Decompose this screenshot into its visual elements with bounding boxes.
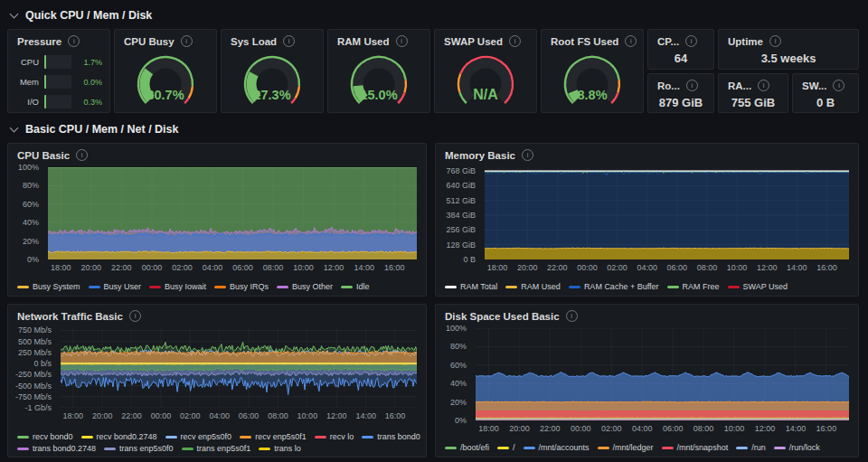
info-icon[interactable]: i bbox=[566, 310, 578, 322]
panel-title[interactable]: RAM Used i bbox=[328, 30, 429, 49]
legend-item[interactable]: SWAP Used bbox=[728, 282, 788, 291]
section-header-quick[interactable]: Quick CPU / Mem / Disk bbox=[11, 9, 152, 22]
info-icon[interactable]: i bbox=[181, 35, 193, 47]
info-icon[interactable]: i bbox=[685, 35, 697, 47]
panel-title[interactable]: SWAP Used i bbox=[435, 30, 536, 49]
info-icon[interactable]: i bbox=[833, 80, 844, 91]
legend-swatch bbox=[17, 286, 29, 288]
panel-title-text: Uptime bbox=[728, 36, 763, 47]
y-tick-label: 750 Mb/s bbox=[18, 325, 52, 335]
legend-item[interactable]: trans enp5s0f0 bbox=[104, 444, 174, 453]
info-icon[interactable]: i bbox=[76, 149, 88, 161]
legend-item[interactable]: Idle bbox=[341, 282, 370, 291]
panel-title[interactable]: Root FS Used i bbox=[542, 30, 643, 49]
x-tick-label: 18:00 bbox=[63, 411, 84, 420]
stat-value: 64 bbox=[648, 52, 713, 65]
legend-item[interactable]: trans bond0.2748 bbox=[17, 444, 96, 453]
legend-item[interactable]: Busy IRQs bbox=[214, 282, 269, 291]
legend-item[interactable]: trans lo bbox=[259, 444, 301, 453]
legend-item[interactable]: /mnt/ledger bbox=[598, 443, 654, 452]
panel-title[interactable]: CPU Busy i bbox=[115, 30, 216, 49]
gauge-value: 15.0% bbox=[360, 88, 397, 102]
legend-swatch bbox=[445, 447, 457, 449]
legend: Busy SystemBusy UserBusy IowaitBusy IRQs… bbox=[17, 282, 422, 291]
legend-item[interactable]: recv bond0.2748 bbox=[81, 432, 157, 441]
panel-title-text: CPU Basic bbox=[17, 150, 70, 161]
x-tick-label: 10:00 bbox=[724, 424, 745, 433]
pressure-value: 0.0% bbox=[77, 78, 102, 87]
legend-item[interactable]: RAM Cache + Buffer bbox=[569, 282, 659, 291]
legend-item[interactable]: recv lo bbox=[315, 432, 354, 441]
legend: RAM TotalRAM UsedRAM Cache + BufferRAM F… bbox=[445, 282, 854, 291]
legend-label: Busy IRQs bbox=[230, 282, 269, 291]
legend-item[interactable]: trans bond0 bbox=[362, 432, 420, 441]
info-icon[interactable]: i bbox=[758, 80, 769, 91]
info-icon[interactable]: i bbox=[68, 35, 80, 47]
x-tick-label: 22:00 bbox=[111, 263, 132, 272]
legend-item[interactable]: /mnt/snapshot bbox=[662, 443, 729, 452]
pressure-bar bbox=[44, 75, 71, 89]
info-icon[interactable]: i bbox=[396, 35, 408, 47]
info-icon[interactable]: i bbox=[283, 35, 295, 47]
legend-item[interactable]: RAM Free bbox=[667, 282, 720, 291]
info-icon[interactable]: i bbox=[769, 35, 781, 47]
panel-title[interactable]: SW... i bbox=[793, 74, 858, 93]
legend-item[interactable]: recv enp5s0f1 bbox=[240, 432, 307, 441]
legend-item[interactable]: Busy System bbox=[17, 282, 80, 291]
panel-title[interactable]: Uptime i bbox=[719, 30, 858, 49]
x-axis: 18:0020:0022:0000:0002:0004:0006:0008:00… bbox=[48, 261, 417, 273]
legend-item[interactable]: trans enp5s0f1 bbox=[182, 444, 251, 453]
gauge-value: 27.3% bbox=[253, 88, 290, 102]
x-tick-label: 02:00 bbox=[172, 263, 193, 272]
panel-title[interactable]: Memory Basic i bbox=[436, 144, 858, 163]
legend-item[interactable]: /run bbox=[736, 443, 766, 452]
x-tick-label: 08:00 bbox=[693, 424, 714, 433]
info-icon[interactable]: i bbox=[522, 149, 533, 161]
info-icon[interactable]: i bbox=[625, 35, 637, 47]
legend-item[interactable]: recv bond0 bbox=[17, 432, 73, 441]
x-tick-label: 16:00 bbox=[385, 411, 406, 420]
legend-label: /run bbox=[751, 443, 766, 452]
plot-area[interactable] bbox=[485, 167, 849, 259]
section-header-basic[interactable]: Basic CPU / Mem / Net / Disk bbox=[11, 123, 179, 136]
info-icon[interactable]: i bbox=[129, 310, 141, 322]
legend-label: RAM Cache + Buffer bbox=[584, 282, 659, 291]
legend-swatch bbox=[667, 286, 679, 288]
panel-title[interactable]: Ro... i bbox=[648, 74, 713, 93]
panel-title-text: Network Traffic Basic bbox=[17, 311, 123, 322]
section-title: Quick CPU / Mem / Disk bbox=[25, 9, 152, 22]
legend-item[interactable]: Busy Other bbox=[277, 282, 333, 291]
legend-item[interactable]: Busy Iowait bbox=[149, 282, 206, 291]
legend-swatch bbox=[277, 286, 288, 288]
legend-item[interactable]: Busy User bbox=[89, 282, 142, 291]
y-tick-label: 20% bbox=[450, 398, 467, 407]
info-icon[interactable]: i bbox=[686, 80, 698, 91]
panel-title[interactable]: RA... i bbox=[719, 74, 788, 93]
panel-title[interactable]: Network Traffic Basic i bbox=[8, 305, 426, 324]
info-icon[interactable]: i bbox=[509, 35, 521, 47]
y-tick-label: 100% bbox=[446, 324, 467, 333]
legend-item[interactable]: /run/lock bbox=[774, 443, 820, 452]
legend-item[interactable]: recv enp5s0f0 bbox=[165, 432, 232, 441]
x-tick-label: 02:00 bbox=[180, 411, 201, 420]
gauge-sys-load: 27.3% bbox=[222, 49, 323, 108]
panel-title[interactable]: CPU Basic i bbox=[8, 144, 426, 163]
legend-item[interactable]: / bbox=[497, 443, 515, 452]
legend-item[interactable]: /boot/efi bbox=[445, 443, 489, 452]
panel-title[interactable]: Sys Load i bbox=[222, 30, 323, 49]
panel-title-text: CPU Busy bbox=[124, 36, 175, 47]
panel-title[interactable]: CP... i bbox=[648, 30, 713, 49]
legend-item[interactable]: /mnt/accounts bbox=[524, 443, 590, 452]
panel-title[interactable]: Pressure i bbox=[8, 30, 109, 49]
legend: /boot/efi//mnt/accounts/mnt/ledger/mnt/s… bbox=[445, 443, 854, 452]
panel-title[interactable]: Disk Space Used Basic i bbox=[436, 305, 858, 324]
panel-title-text: Sys Load bbox=[231, 36, 277, 47]
legend-item[interactable]: RAM Total bbox=[445, 282, 497, 291]
pressure-label: CPU bbox=[15, 57, 39, 67]
legend-item[interactable]: RAM Used bbox=[505, 282, 561, 291]
plot-area[interactable] bbox=[48, 167, 417, 259]
legend-label: recv enp5s0f1 bbox=[255, 432, 307, 441]
plot-area[interactable] bbox=[61, 328, 417, 408]
plot-area[interactable] bbox=[476, 328, 849, 420]
x-tick-label: 10:00 bbox=[297, 411, 318, 420]
